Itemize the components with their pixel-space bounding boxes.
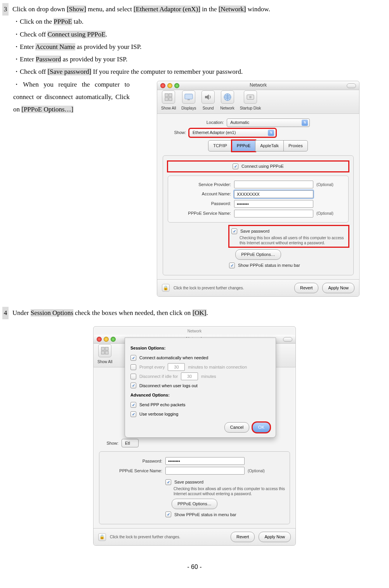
tool-sound[interactable]: Sound [201, 90, 215, 112]
lock-icon[interactable]: 🔒 [162, 284, 170, 292]
pppoe-service-label: PPPoE Service Name: [104, 467, 162, 475]
tabs: TCP/IP PPPoE AppleTalk Proxies [163, 140, 354, 151]
tab-proxies[interactable]: Proxies [283, 140, 308, 151]
show-status-label: Show PPPoE status in menu bar [238, 261, 300, 270]
save-password-checkbox[interactable] [165, 479, 171, 485]
sub-e: ・Check off [Save password] If you requir… [13, 66, 387, 78]
tool-show-all: Show All [97, 344, 112, 365]
svg-rect-13 [105, 351, 108, 354]
session-options-title: Session Options: [130, 344, 270, 352]
revert-button[interactable]: Revert [294, 283, 318, 293]
minimize-icon[interactable] [104, 337, 109, 342]
opt-idle-checkbox[interactable] [130, 374, 136, 379]
label: Displays [181, 104, 196, 112]
ok-hl: [OK] [193, 309, 207, 317]
opt-verbose-checkbox[interactable] [130, 411, 136, 417]
connect-pppoe-checkbox[interactable] [233, 164, 238, 169]
window-controls[interactable] [160, 83, 179, 88]
sound-icon [201, 90, 215, 104]
password-input[interactable] [234, 200, 313, 208]
svg-rect-11 [105, 347, 108, 350]
startup-icon [244, 90, 257, 104]
t: ・Check off [13, 68, 47, 75]
password-label: Password: [104, 457, 162, 465]
revert-button[interactable]: Revert [231, 532, 255, 542]
pppoe-options-button[interactable]: PPPoE Options… [235, 249, 281, 260]
apply-button[interactable]: Apply Now [322, 283, 354, 293]
service-provider-label: Service Provider: [173, 181, 231, 189]
options-hl: [PPPoE Options…] [21, 106, 73, 113]
adaptor-hl: [Ethernet Adaptor (enX)] [134, 5, 200, 13]
step3-line: 3Click on drop down [Show] menu, and sel… [2, 3, 387, 16]
opt-prompt-checkbox[interactable] [130, 364, 136, 370]
t: ・Click on the [13, 18, 54, 25]
step3-number: 3 [2, 3, 9, 16]
opt-prompt-label-b: minutes to maintain connection [188, 363, 247, 371]
apply-button[interactable]: Apply Now [259, 532, 291, 542]
save-password-checkbox[interactable] [231, 228, 237, 234]
tool-startup[interactable]: Startup Disk [240, 90, 261, 112]
opt-echo-checkbox[interactable] [130, 402, 136, 408]
label: Show All [97, 358, 112, 365]
location-value: Automatic [230, 118, 249, 127]
cancel-button[interactable]: Cancel [224, 422, 249, 433]
lock-icon[interactable]: 🔒 [98, 533, 106, 541]
footer: 🔒 Click the lock to prevent further chan… [94, 528, 295, 545]
pppoe-service-input[interactable] [165, 467, 245, 475]
toolbar-toggle[interactable] [347, 84, 356, 88]
sub-a: ・Click on the PPPoE tab. [13, 16, 387, 28]
opt-logout-checkbox[interactable] [130, 383, 136, 388]
t: ・Enter [13, 43, 35, 50]
ok-button[interactable]: OK [252, 422, 270, 433]
zoom-icon[interactable] [174, 83, 179, 88]
show-value: Ethernet Adaptor (en1) [193, 129, 236, 137]
password-label: Password: [173, 200, 231, 208]
opt-idle-label-a: Disconnect if idle for [139, 372, 178, 381]
pppoe-service-input[interactable] [234, 210, 313, 217]
close-icon[interactable] [97, 337, 102, 342]
tab-tcpip[interactable]: TCP/IP [208, 140, 232, 151]
pppoe-options-sheet: Session Options: Connect automatically w… [125, 337, 276, 438]
pppoe-options-button[interactable]: PPPoE Options… [172, 499, 217, 509]
optional-note: (Optional) [316, 182, 333, 187]
show-status-checkbox[interactable] [165, 511, 171, 517]
show-dropdown[interactable]: Ethernet Adaptor (en1)⇅ [189, 129, 276, 137]
show-status-checkbox[interactable] [229, 263, 235, 268]
t: Under [12, 309, 31, 317]
password-input[interactable] [165, 457, 245, 465]
opt-connect-auto-checkbox[interactable] [130, 355, 136, 361]
label: Network [220, 104, 234, 112]
show-label: Show: [99, 439, 118, 447]
tool-network[interactable]: Network [220, 90, 234, 112]
t: If you require the computer to remember … [91, 68, 243, 75]
t: ・Enter [13, 56, 36, 63]
pppoe-hl: PPPoE [54, 18, 72, 25]
zoom-icon[interactable] [111, 337, 116, 342]
t: . [106, 31, 107, 38]
service-provider-input[interactable] [234, 181, 313, 188]
window-controls[interactable] [97, 337, 116, 342]
tab-pppoe[interactable]: PPPoE [232, 140, 255, 151]
lock-text: Click the lock to prevent further change… [174, 285, 244, 291]
t: ・Check off [13, 31, 47, 38]
display-icon [182, 90, 195, 104]
toolbar-toggle[interactable] [283, 337, 292, 342]
session-hl: Session Options [31, 309, 73, 317]
pppoe-service-label: PPPoE Service Name: [173, 209, 231, 217]
sub-b: ・Check off Connect using PPPoE. [13, 28, 387, 41]
connect-hl: Connect using PPPoE [47, 31, 105, 38]
location-dropdown[interactable]: Automatic⇅ [227, 118, 310, 127]
tab-appletalk[interactable]: AppleTalk [255, 140, 284, 151]
label: Startup Disk [240, 104, 261, 112]
connect-pppoe-label: Connect using PPPoE [241, 162, 284, 170]
t: as provided by your ISP. [61, 56, 127, 63]
tool-show-all[interactable]: Show All [161, 90, 176, 112]
minimize-icon[interactable] [167, 83, 172, 88]
close-icon[interactable] [160, 83, 165, 88]
location-label: Location: [207, 118, 224, 127]
account-label: Account Name: [173, 190, 231, 198]
tool-displays[interactable]: Displays [181, 90, 196, 112]
opt-idle-label-b: minutes [201, 372, 216, 381]
sub-d: ・Enter Password as provided by your ISP. [13, 53, 387, 66]
account-input[interactable] [234, 190, 313, 198]
